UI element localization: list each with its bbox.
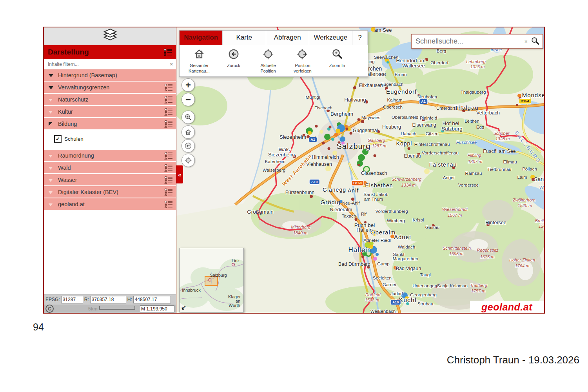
- toolbar-button-home[interactable]: Gesamter Kartenau...: [182, 48, 216, 74]
- toolbar-button-label: Position verfolgen: [287, 63, 318, 74]
- legend-icon[interactable]: [164, 152, 173, 160]
- h-coordinate-input[interactable]: [133, 296, 171, 303]
- map-label: Seewalchen: [374, 55, 399, 60]
- toolbar-button-track[interactable]: Position verfolgen: [285, 48, 320, 74]
- map-label: Oberplainfeld: [392, 115, 418, 120]
- tab--[interactable]: ?: [352, 31, 368, 45]
- map-label: Oberesch: [383, 105, 403, 109]
- map-label: Regenspitz: [477, 248, 498, 252]
- schulen-checkbox[interactable]: ✓: [54, 135, 62, 143]
- layer-group-kultur[interactable]: Kultur: [44, 106, 176, 118]
- layer-group-label: geoland.at: [55, 201, 164, 207]
- toolbar-button-locate[interactable]: Aktuelle Position: [251, 48, 285, 74]
- layer-group-verwaltungsgrenzen[interactable]: Verwaltungsgrenzen: [44, 82, 176, 94]
- legend-icon[interactable]: [164, 176, 173, 184]
- tab-abfragen[interactable]: Abfragen: [266, 31, 309, 45]
- overview-map[interactable]: LinzSalzburgInnsbruckKlageranWörth ↙: [179, 248, 244, 312]
- locate-button[interactable]: [181, 154, 195, 167]
- map-label: 1567 m: [448, 213, 462, 218]
- map-label: Hoher Zinken: [509, 258, 535, 262]
- tab-navigation[interactable]: Navigation: [180, 31, 223, 45]
- layer-group-digitaler-kataster-bev-[interactable]: Digitaler Kataster (BEV): [44, 186, 176, 198]
- map-label: Fuschl am See: [483, 149, 515, 154]
- overview-collapse-arrow-icon[interactable]: ↙: [181, 304, 186, 311]
- sublayer-schulen[interactable]: ✓ Schulen: [44, 130, 176, 150]
- zoomin-icon: [331, 48, 343, 62]
- map-label: Eugenbach: [381, 82, 403, 87]
- road-shield: A10: [391, 300, 401, 305]
- search-input[interactable]: [415, 37, 524, 46]
- legend-icon[interactable]: [164, 164, 173, 172]
- r-label: R:: [84, 297, 89, 302]
- map-label: Siezenheim: [279, 134, 306, 140]
- filter-input[interactable]: [47, 61, 170, 67]
- overview-city-label: Salzburg: [210, 273, 227, 278]
- map-label: Pöllach: [522, 167, 537, 171]
- legend-icon[interactable]: [164, 200, 173, 208]
- layer-group-hintergrund-basemap-[interactable]: Hintergrund (Basemap): [44, 69, 176, 82]
- zoom-out-button[interactable]: −: [181, 93, 195, 106]
- legend-icon[interactable]: [164, 108, 173, 116]
- filter-clear-icon[interactable]: ×: [170, 61, 173, 67]
- map-label: Kalham: [387, 98, 403, 102]
- search-icon[interactable]: [531, 36, 539, 47]
- home-extent-button[interactable]: [181, 125, 195, 139]
- sidebar-collapse-tab[interactable]: «: [176, 165, 183, 183]
- map-label: Bad Dürrnberg: [338, 261, 370, 267]
- slide-page-number: 94: [33, 321, 44, 333]
- map-label: Eugendorf: [386, 88, 417, 95]
- map-label: Strubau: [417, 301, 433, 306]
- layer-group-label: Raumordnung: [55, 152, 164, 159]
- layers-stack-icon: [102, 28, 118, 44]
- geoland-app-window: Darstellung × Hintergrund (Basemap)Ver: [43, 27, 545, 314]
- layer-group-geoland-at[interactable]: geoland.at: [44, 198, 176, 211]
- scale-input[interactable]: [140, 305, 174, 312]
- map-label: Fischach: [314, 105, 332, 110]
- map-label: Garnei: [383, 282, 396, 287]
- road-shield: A1: [419, 99, 427, 104]
- overview-city-label: Wörth: [229, 303, 240, 308]
- map-label: 1307 m: [468, 159, 483, 164]
- road-shield: A10: [310, 180, 319, 184]
- map-label: Lehmberg: [466, 59, 486, 64]
- map-label: Großgmain: [247, 209, 274, 215]
- map-viewport[interactable]: am SeeSeewalchenechtingHenndorf amWaller…: [176, 27, 544, 313]
- layer-group-wald[interactable]: Wald: [44, 162, 176, 174]
- legend-icon[interactable]: [164, 188, 173, 196]
- map-label: Vordersee: [458, 183, 479, 187]
- collapse-icon: «: [178, 171, 181, 178]
- tab-karte[interactable]: Karte: [223, 31, 266, 45]
- legend-icon[interactable]: [164, 96, 173, 103]
- map-label: 1328 m: [495, 136, 510, 141]
- layer-group-list: Hintergrund (Basemap)VerwaltungsgrenzenN…: [44, 69, 176, 130]
- zoom-in-button[interactable]: +: [181, 78, 195, 92]
- toolbar-button-zoomin[interactable]: Zoom In: [320, 48, 354, 74]
- map-label: Rif: [361, 212, 367, 216]
- map-label: Glanegg: [323, 187, 346, 193]
- layer-group-raumordnung[interactable]: Raumordnung: [44, 150, 176, 162]
- layer-group-naturschutz[interactable]: Naturschutz: [44, 94, 176, 106]
- map-label: Schmittenstein: [443, 246, 471, 250]
- map-label: Guggenthal: [353, 128, 378, 133]
- legend-icon[interactable]: [163, 48, 172, 56]
- layer-group-label: Verwaltungsgrenzen: [55, 84, 164, 91]
- toolbar-button-back[interactable]: Zurück: [216, 48, 251, 74]
- overview-city-label: Linz: [232, 258, 240, 263]
- r-coordinate-input[interactable]: [90, 296, 126, 303]
- toolbar-button-label: Zoom In: [329, 63, 345, 69]
- copyright-icon[interactable]: C: [45, 305, 54, 313]
- legend-icon[interactable]: [164, 83, 173, 91]
- zoom-box-button[interactable]: [181, 111, 195, 124]
- tab-werkzeuge[interactable]: Werkzeuge: [309, 31, 352, 45]
- layer-group-wasser[interactable]: Wasser: [44, 174, 176, 186]
- legend-icon[interactable]: [164, 120, 173, 128]
- layers-toolbar[interactable]: [44, 27, 176, 45]
- chevron-collapsed-icon: [49, 203, 53, 206]
- back-button[interactable]: [181, 139, 195, 152]
- map-label: 1675 m: [480, 254, 495, 259]
- map-label: Muntigl: [305, 95, 320, 100]
- chevron-collapsed-icon: [49, 111, 53, 114]
- search-clear-icon[interactable]: ×: [524, 38, 528, 45]
- epsg-input[interactable]: [61, 296, 83, 303]
- layer-group-bildung[interactable]: Bildung: [44, 118, 176, 130]
